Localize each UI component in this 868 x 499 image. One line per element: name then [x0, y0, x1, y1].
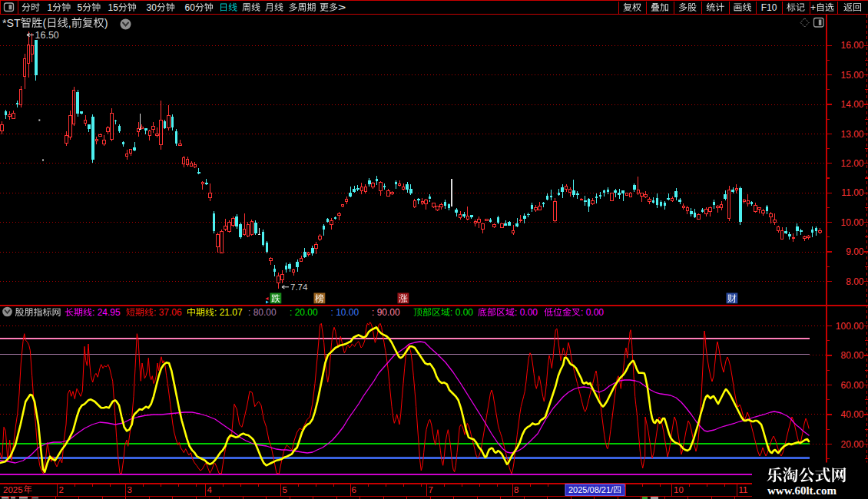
svg-text:11.00: 11.00: [841, 187, 863, 198]
svg-text:80.00: 80.00: [840, 350, 863, 361]
svg-text:15.00: 15.00: [840, 70, 863, 81]
svg-text:: 0.00: : 0.00: [515, 307, 538, 318]
svg-text:11: 11: [739, 485, 748, 494]
svg-text:16.50: 16.50: [35, 30, 59, 41]
svg-text:: 20.00: : 20.00: [290, 307, 318, 318]
svg-text:2025/08/21/: 2025/08/21/: [568, 485, 614, 494]
svg-text:: 24.95: : 24.95: [92, 307, 121, 318]
svg-text:2: 2: [59, 485, 64, 494]
svg-text:60.00: 60.00: [840, 380, 863, 391]
svg-text:15: 15: [108, 2, 119, 13]
svg-text:: 80.00: : 80.00: [248, 307, 277, 318]
svg-text:5: 5: [78, 2, 83, 13]
svg-text:100.00: 100.00: [836, 321, 864, 332]
svg-text:9.00: 9.00: [846, 246, 864, 257]
svg-text:16.00: 16.00: [840, 40, 863, 51]
svg-text:1: 1: [48, 2, 53, 13]
svg-text:60: 60: [185, 2, 196, 13]
svg-text:: 0.00: : 0.00: [581, 307, 604, 318]
svg-text:(: (: [42, 17, 46, 29]
svg-text:: 37.06: : 37.06: [154, 307, 182, 318]
svg-text:: 90.00: : 90.00: [372, 307, 400, 318]
svg-text:40.00: 40.00: [840, 409, 863, 420]
svg-text:): ): [104, 17, 108, 29]
svg-text:12.00: 12.00: [840, 158, 863, 169]
svg-text:: 21.07: : 21.07: [214, 307, 243, 318]
svg-text:F10: F10: [761, 2, 777, 13]
svg-text:10: 10: [674, 485, 684, 494]
svg-text:7.74: 7.74: [290, 283, 308, 292]
svg-text:*ST: *ST: [2, 17, 21, 29]
svg-text:13.00: 13.00: [840, 129, 863, 140]
svg-text:2025: 2025: [3, 485, 23, 494]
svg-text:3: 3: [128, 485, 132, 494]
svg-text:5: 5: [283, 485, 287, 494]
svg-text:7: 7: [429, 485, 433, 494]
svg-text:4: 4: [207, 485, 213, 494]
svg-text:6: 6: [352, 485, 356, 494]
svg-text:30: 30: [147, 2, 157, 13]
svg-text:8.00: 8.00: [846, 276, 864, 287]
svg-text:: 10.00: : 10.00: [331, 307, 359, 318]
svg-text:+: +: [810, 2, 816, 13]
svg-text:10.00: 10.00: [840, 217, 863, 228]
svg-text:,: ,: [68, 17, 71, 29]
svg-text:: 0.00: : 0.00: [450, 307, 473, 318]
svg-text:20.00: 20.00: [840, 439, 863, 450]
svg-text:8: 8: [514, 485, 518, 494]
svg-text:www.60lt.com: www.60lt.com: [767, 484, 837, 497]
svg-text:14.00: 14.00: [840, 99, 863, 110]
svg-text:>: >: [338, 2, 346, 13]
